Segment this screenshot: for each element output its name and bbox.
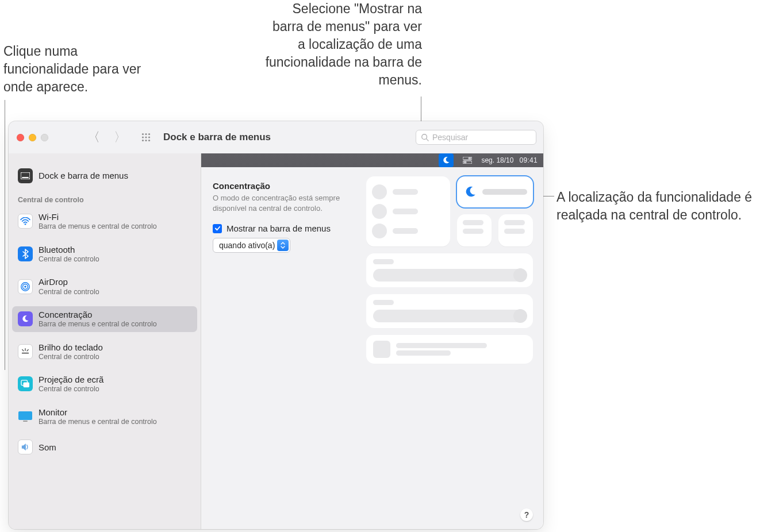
- detail-description: O modo de concentração está sempre dispo…: [213, 193, 356, 213]
- svg-rect-17: [22, 353, 29, 354]
- detail-title: Concentração: [213, 181, 356, 191]
- annotation-left-line: [5, 100, 5, 370]
- menubar-time: 09:41: [519, 156, 538, 164]
- moon-icon: [463, 184, 478, 199]
- window-title: Dock e barra de menus: [163, 132, 271, 143]
- sidebar-item-screen-mirroring[interactable]: Projeção de ecrã Central de controlo: [12, 371, 197, 397]
- sidebar-item-label: Projeção de ecrã: [39, 375, 103, 384]
- prefs-window: 〈 〉 Dock e barra de menus Pesquisar: [9, 121, 543, 529]
- svg-point-1: [145, 133, 147, 135]
- cc-tile: [457, 214, 492, 246]
- sidebar-section-header: Central de controlo: [9, 188, 201, 207]
- fullscreen-window-button: [41, 134, 48, 141]
- sidebar-item-sublabel: Barra de menus e central de controlo: [39, 418, 157, 426]
- close-window-button[interactable]: [17, 134, 24, 141]
- sidebar-item-focus[interactable]: Concentração Barra de menus e central de…: [12, 306, 197, 332]
- checkbox-checked-icon: [213, 224, 222, 233]
- select-value: quando ativo(a): [219, 241, 275, 250]
- sidebar-item-label: Bluetooth: [39, 245, 99, 255]
- menubar-date: seg. 18/10: [481, 156, 513, 164]
- sidebar-item-sublabel: Barra de menus e central de controlo: [39, 222, 157, 230]
- svg-point-16: [24, 286, 26, 288]
- svg-point-13: [25, 223, 26, 225]
- svg-point-4: [145, 136, 147, 138]
- display-icon: [18, 409, 33, 424]
- cc-card-connectivity: [366, 176, 450, 246]
- nav-back-button[interactable]: 〈: [87, 129, 100, 146]
- sidebar-item-dock[interactable]: Dock e barra de menus: [12, 165, 197, 187]
- sidebar-item-bluetooth[interactable]: Bluetooth Central de controlo: [12, 241, 197, 267]
- svg-rect-24: [23, 421, 28, 422]
- annotation-right: A localização da funcionalidade é realça…: [556, 188, 758, 224]
- help-button[interactable]: ?: [520, 508, 533, 521]
- annotation-left: Clique numa funcionalidade para ver onde…: [3, 43, 153, 96]
- sidebar-item-airdrop[interactable]: AirDrop Central de controlo: [12, 273, 197, 299]
- svg-point-0: [142, 133, 144, 135]
- show-all-prefs-button[interactable]: [141, 133, 151, 142]
- svg-point-26: [469, 157, 471, 160]
- toolbar: 〈 〉 Dock e barra de menus Pesquisar: [9, 121, 543, 153]
- cc-slider-row: [366, 253, 533, 287]
- svg-point-3: [142, 136, 144, 138]
- show-in-menubar-checkbox[interactable]: Mostrar na barra de menus: [213, 223, 356, 233]
- menubar-preview: seg. 18/10 09:41: [201, 153, 543, 167]
- sidebar-item-label: Monitor: [39, 407, 157, 417]
- screen-mirroring-icon: [18, 376, 33, 391]
- svg-rect-11: [21, 172, 30, 179]
- cc-media-row: [366, 335, 533, 364]
- menubar-control-center-icon: [459, 153, 475, 167]
- svg-line-19: [22, 349, 24, 350]
- sidebar: Dock e barra de menus Central de control…: [9, 153, 201, 529]
- svg-line-10: [427, 139, 429, 141]
- svg-point-28: [464, 161, 467, 164]
- sidebar-item-label: AirDrop: [39, 277, 99, 287]
- svg-rect-23: [18, 411, 32, 420]
- sidebar-item-sublabel: Central de controlo: [39, 288, 99, 296]
- svg-point-5: [148, 136, 150, 138]
- control-center-preview: [366, 176, 533, 364]
- cc-card-focus-highlighted: [457, 176, 533, 207]
- sidebar-item-display[interactable]: Monitor Barra de menus e central de cont…: [12, 404, 197, 430]
- svg-rect-12: [22, 177, 29, 178]
- airdrop-icon: [18, 279, 33, 294]
- sidebar-item-sublabel: Central de controlo: [39, 353, 103, 361]
- sidebar-item-label: Wi-Fi: [39, 212, 157, 222]
- moon-icon: [18, 311, 33, 326]
- sidebar-item-label: Dock e barra de menus: [39, 171, 128, 180]
- checkbox-label: Mostrar na barra de menus: [227, 223, 331, 233]
- search-input[interactable]: Pesquisar: [416, 130, 536, 145]
- sidebar-item-sublabel: Central de controlo: [39, 255, 99, 263]
- dock-icon: [18, 168, 33, 183]
- chevron-updown-icon: [277, 240, 289, 251]
- annotation-top: Selecione "Mostrar na barra de menus" pa…: [262, 0, 422, 89]
- svg-point-6: [142, 140, 144, 141]
- when-active-select[interactable]: quando ativo(a): [213, 238, 290, 253]
- menubar-focus-icon: [439, 153, 454, 167]
- sound-icon: [18, 440, 33, 454]
- svg-rect-22: [24, 383, 30, 388]
- cc-tile: [498, 214, 533, 246]
- window-controls: [17, 134, 48, 141]
- cc-slider-row: [366, 294, 533, 328]
- detail-form: Concentração O modo de concentração está…: [213, 181, 356, 253]
- sidebar-item-sublabel: Barra de menus e central de controlo: [39, 320, 157, 328]
- search-icon: [421, 133, 429, 141]
- search-placeholder: Pesquisar: [432, 133, 468, 142]
- minimize-window-button[interactable]: [29, 134, 36, 141]
- sidebar-item-sound[interactable]: Som: [12, 436, 197, 458]
- content-pane: seg. 18/10 09:41 Concentração O modo de …: [201, 153, 543, 529]
- wifi-icon: [18, 214, 33, 229]
- sidebar-item-label: Som: [39, 442, 56, 452]
- sidebar-item-label: Brilho do teclado: [39, 342, 103, 352]
- sidebar-item-label: Concentração: [39, 310, 157, 319]
- sidebar-item-wifi[interactable]: Wi-Fi Barra de menus e central de contro…: [12, 209, 197, 234]
- svg-point-7: [145, 140, 147, 141]
- nav-back-forward: 〈 〉: [87, 129, 126, 146]
- svg-point-8: [148, 140, 150, 141]
- svg-line-20: [27, 349, 28, 350]
- svg-point-2: [148, 133, 150, 135]
- bluetooth-icon: [18, 246, 33, 261]
- keyboard-brightness-icon: [18, 344, 33, 359]
- sidebar-item-keyboard-brightness[interactable]: Brilho do teclado Central de controlo: [12, 339, 197, 365]
- nav-forward-button[interactable]: 〉: [114, 129, 126, 146]
